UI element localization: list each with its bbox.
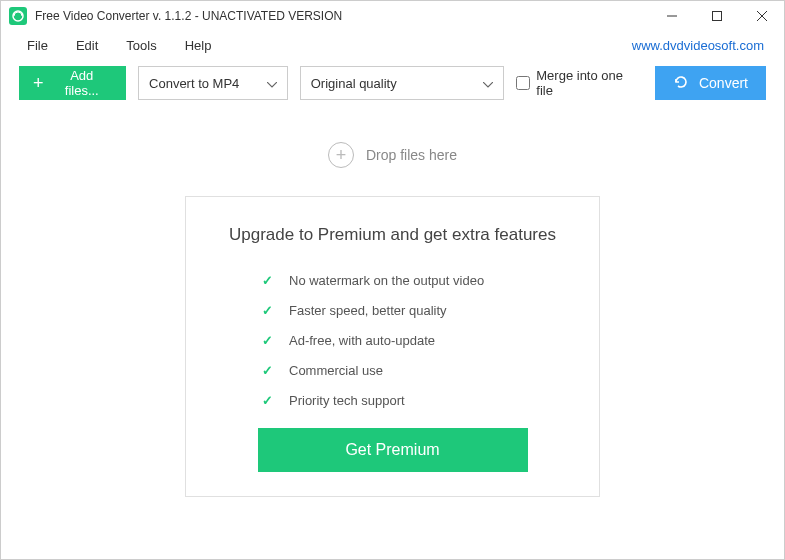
drop-zone[interactable]: + Drop files here [328,142,457,168]
quality-dropdown[interactable]: Original quality [300,66,505,100]
chevron-down-icon [267,76,277,91]
check-icon: ✓ [262,393,273,408]
app-icon [9,7,27,25]
menu-file[interactable]: File [13,34,62,57]
format-selected: Convert to MP4 [149,76,239,91]
premium-card: Upgrade to Premium and get extra feature… [185,196,600,497]
website-link[interactable]: www.dvdvideosoft.com [632,38,772,53]
convert-label: Convert [699,75,748,91]
add-files-label: Add files... [52,68,113,98]
feature-item: ✓ No watermark on the output video [262,273,569,288]
feature-text: Priority tech support [289,393,405,408]
check-icon: ✓ [262,333,273,348]
window-title: Free Video Converter v. 1.1.2 - UNACTIVA… [35,9,649,23]
close-button[interactable] [739,1,784,31]
format-dropdown[interactable]: Convert to MP4 [138,66,288,100]
feature-text: Ad-free, with auto-update [289,333,435,348]
drop-plus-icon: + [328,142,354,168]
menu-edit[interactable]: Edit [62,34,112,57]
feature-text: No watermark on the output video [289,273,484,288]
maximize-button[interactable] [694,1,739,31]
add-files-button[interactable]: + Add files... [19,66,126,100]
menubar: File Edit Tools Help www.dvdvideosoft.co… [1,31,784,59]
merge-checkbox-wrap[interactable]: Merge into one file [516,68,643,98]
feature-item: ✓ Ad-free, with auto-update [262,333,569,348]
check-icon: ✓ [262,363,273,378]
drop-zone-label: Drop files here [366,147,457,163]
quality-selected: Original quality [311,76,397,91]
menu-tools[interactable]: Tools [112,34,170,57]
feature-item: ✓ Commercial use [262,363,569,378]
content-area: + Drop files here Upgrade to Premium and… [1,107,784,497]
window-controls [649,1,784,31]
check-icon: ✓ [262,273,273,288]
check-icon: ✓ [262,303,273,318]
feature-text: Faster speed, better quality [289,303,447,318]
premium-title: Upgrade to Premium and get extra feature… [216,225,569,245]
feature-item: ✓ Faster speed, better quality [262,303,569,318]
menu-help[interactable]: Help [171,34,226,57]
convert-button[interactable]: Convert [655,66,766,100]
feature-text: Commercial use [289,363,383,378]
merge-label: Merge into one file [536,68,643,98]
svg-rect-2 [712,12,721,21]
feature-list: ✓ No watermark on the output video ✓ Fas… [216,273,569,408]
minimize-button[interactable] [649,1,694,31]
get-premium-button[interactable]: Get Premium [258,428,528,472]
plus-icon: + [33,73,44,94]
merge-checkbox[interactable] [516,76,530,90]
feature-item: ✓ Priority tech support [262,393,569,408]
refresh-icon [673,74,689,93]
chevron-down-icon [483,76,493,91]
titlebar: Free Video Converter v. 1.1.2 - UNACTIVA… [1,1,784,31]
toolbar: + Add files... Convert to MP4 Original q… [1,59,784,107]
